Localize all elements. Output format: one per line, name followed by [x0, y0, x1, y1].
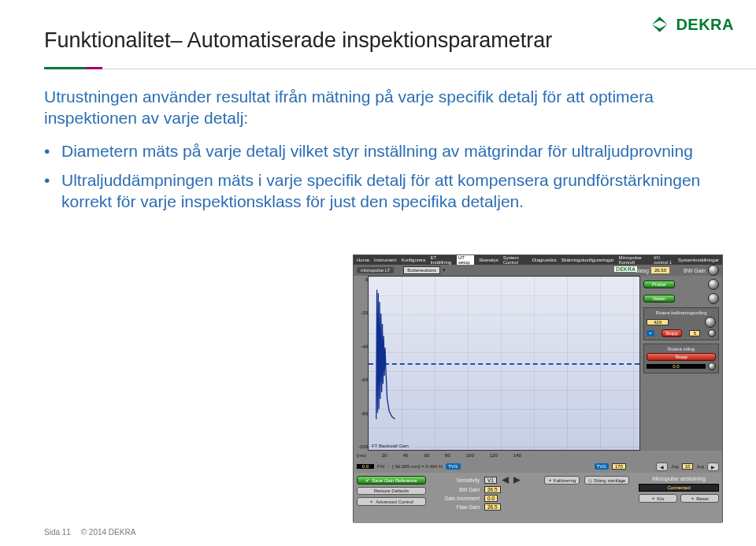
gain-value[interactable]: 26.50	[651, 267, 669, 273]
dashed-midline	[369, 363, 639, 365]
tick-label: 20	[382, 453, 387, 458]
stop-button[interactable]: Stopp	[662, 329, 682, 337]
tick-label: -80	[361, 411, 368, 416]
zero-display: 0.0	[647, 364, 706, 369]
menu-item[interactable]: Home	[357, 258, 369, 262]
wall-gain-label: FT Backwall Gain	[372, 444, 409, 448]
bottom-controls: ✔Save Gain Reference Restore Defaults ✦A…	[354, 473, 722, 523]
button-label: Reset	[696, 496, 709, 501]
bullet-item: Ultraljuddämpningen mäts i varje specifi…	[44, 169, 712, 213]
tvg-value[interactable]: 170	[612, 463, 626, 470]
button-label: Kör	[657, 496, 664, 501]
gaininc-value[interactable]: 0.0	[484, 495, 498, 502]
title-rule	[44, 67, 712, 69]
tick-label: 140	[513, 453, 521, 458]
gear-icon: ✦	[369, 499, 373, 504]
waveform-plot[interactable]: FT Backwall Gain	[368, 276, 640, 451]
button-label: Save Gain Reference	[372, 478, 417, 483]
chevron-down-icon[interactable]: ▾	[443, 267, 446, 273]
kor-button[interactable]: ✦Kör	[639, 494, 677, 503]
fw-label: FW	[377, 464, 384, 469]
reset-button[interactable]: ✦Reset	[680, 494, 719, 503]
sensitivity-label: Sensitivity	[432, 477, 480, 483]
menu-item[interactable]: Systeminställningar	[678, 258, 719, 262]
x-axis: (ms) 20 40 60 80 100 120 140	[354, 451, 722, 460]
reset-icon: ✦	[691, 496, 695, 501]
button-label: Stäng startläge	[594, 478, 625, 483]
menu-item[interactable]: Konfigurera	[401, 258, 425, 262]
waveform-trace-icon	[375, 283, 395, 419]
tick-label: 60	[424, 453, 429, 458]
tick-label: 40	[403, 453, 409, 458]
jog-left-button[interactable]: ◀	[656, 462, 668, 471]
intro-paragraph: Utrustningen använder resultat ifrån mät…	[44, 87, 712, 129]
step-knob[interactable]	[708, 329, 716, 337]
button-label: Advanced Control	[376, 500, 413, 504]
save-gain-button[interactable]: ✔Save Gain Reference	[357, 476, 426, 485]
flawgain-value[interactable]: 26.5	[484, 503, 501, 511]
equals-icon[interactable]: =	[647, 330, 654, 336]
prober-button[interactable]: Prober	[643, 280, 675, 288]
status-bar: 0.0 FW - [ 66.689 mm] = 0.464 % TVG TVG …	[354, 460, 722, 473]
bwgain-value[interactable]: 26.5	[484, 486, 501, 493]
menu-item[interactable]: Micropulse Kontroll	[618, 255, 649, 265]
jog-right-button[interactable]: ▶	[707, 462, 719, 471]
app-menubar[interactable]: Home Instrument Konfigurera ET Inställni…	[354, 255, 722, 265]
bracket-readout: [ 66.689 mm] = 0.464 %	[392, 464, 443, 469]
bw-gain-knob[interactable]	[708, 265, 719, 276]
stang-startlage-button[interactable]: ◎ Stäng startläge	[584, 476, 629, 485]
page-title: Funktionalitet– Automatiserade inspektio…	[44, 28, 712, 53]
rotate-bar-knob[interactable]	[708, 362, 716, 370]
step-value[interactable]: 5	[689, 330, 700, 336]
jog-label: Jog	[696, 464, 704, 469]
connection-status: Connected	[639, 484, 719, 492]
wrench-icon: ✦	[548, 478, 552, 483]
probe-chip[interactable]: micropulse LT	[357, 267, 394, 273]
kalibrering-button[interactable]: ✦ Kalibrering	[544, 476, 580, 485]
menu-item[interactable]: ET Inställning	[430, 255, 452, 265]
mp-title: Micropulse anslutning	[639, 476, 719, 481]
dekra-mark-icon	[650, 14, 671, 35]
tvg-badge[interactable]: TVG	[595, 463, 609, 470]
brand-logo: DEKRA	[650, 14, 734, 35]
mode-select[interactable]: Botteneokans	[403, 266, 440, 274]
tick-label: -40	[361, 344, 368, 349]
rotate-knob[interactable]	[705, 317, 716, 328]
vatten-button[interactable]: Vatten	[643, 295, 675, 303]
menu-item[interactable]: Instrument	[374, 258, 396, 262]
copyright: © 2014 DEKRA	[81, 528, 136, 537]
app-brand-badge: DEKRA	[614, 266, 637, 272]
gain-label: biasg	[636, 268, 649, 273]
menu-item[interactable]: I/O control 1	[654, 255, 673, 265]
right-panel: Prober Vatten Rotera kalibreringsstång 4…	[640, 276, 722, 451]
status-left: 0.0	[357, 464, 374, 469]
menu-item[interactable]: Skanalys	[479, 258, 498, 262]
menu-item[interactable]: UT setup	[457, 255, 474, 265]
menu-item[interactable]: System Control	[503, 255, 528, 265]
app-toolbar: micropulse LT Botteneokans ▾ biasg 26.50…	[354, 265, 722, 276]
slide-footer: Sida 11 © 2014 DEKRA	[44, 528, 143, 537]
arrow-left-icon[interactable]	[502, 477, 509, 484]
brand-name: DEKRA	[676, 16, 734, 34]
menu-item[interactable]: Diagnostics	[532, 258, 557, 262]
arrow-right-icon[interactable]	[513, 477, 521, 484]
rotate-cal-panel: Rotera kalibreringsstång 429 = Stopp 5	[643, 307, 719, 340]
flawgain-label: Flaw Gain	[432, 504, 480, 510]
menu-item[interactable]: Skärningskonfigureringar	[561, 258, 614, 262]
advanced-control-button[interactable]: ✦Advanced Control	[357, 497, 426, 506]
vatten-knob[interactable]	[708, 293, 719, 304]
jog-value[interactable]: 10	[682, 463, 694, 470]
tick-label: 100	[466, 453, 474, 458]
bw-gain-label: BW Gain	[684, 268, 706, 273]
panel-title: Rotera stång	[647, 347, 716, 351]
stop-button[interactable]: Stopp	[647, 353, 716, 361]
panel-title: Rotera kalibreringsstång	[647, 310, 716, 315]
tvg-badge[interactable]: TVG	[446, 463, 460, 470]
tick-label: (ms)	[357, 453, 366, 458]
jog-label: Jog	[671, 464, 679, 469]
bwgain-label: BW Gain	[432, 487, 480, 492]
sensitivity-value[interactable]: V1	[484, 477, 497, 484]
prober-knob[interactable]	[708, 279, 719, 290]
restore-defaults-button[interactable]: Restore Defaults	[357, 487, 426, 495]
tick-label: 80	[445, 453, 450, 458]
